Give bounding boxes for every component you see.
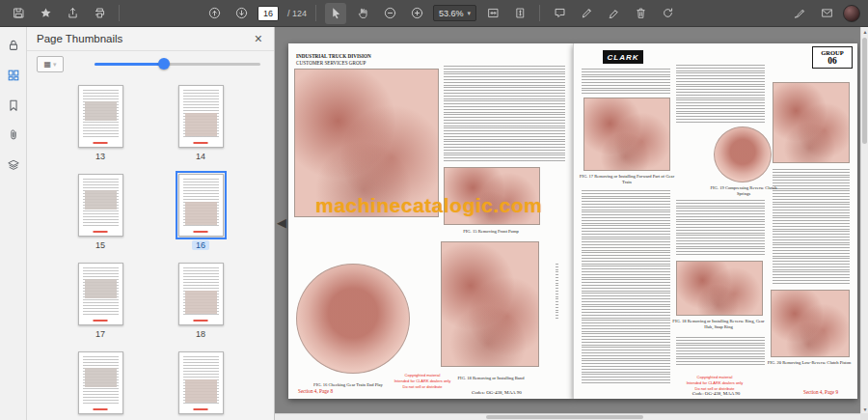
next-page-icon[interactable]: [231, 3, 252, 24]
form-codes-label: Codes: OG-438, MAA 90: [472, 390, 522, 395]
toolbar-separator: [539, 5, 540, 21]
hand-tool-icon[interactable]: [352, 3, 373, 24]
mail-icon[interactable]: [816, 3, 837, 24]
share-icon[interactable]: [62, 3, 83, 24]
slider-fill: [95, 63, 164, 66]
highlighter-icon[interactable]: [603, 3, 624, 24]
thumbnail-grid: 13 14 15 16 17 18: [27, 76, 274, 420]
page-thumbnail-14[interactable]: 14: [171, 85, 231, 161]
scrollbar-corner: [860, 413, 868, 420]
layers-icon[interactable]: [4, 155, 23, 175]
caret-down-icon: ▾: [468, 10, 472, 16]
select-tool-icon[interactable]: [325, 3, 346, 24]
figure-reverse-ring: [676, 261, 763, 316]
copyright-stamp: Copyrighted material Intended for CLARK …: [389, 373, 456, 389]
caret-down-icon: ▾: [53, 61, 57, 68]
figure-low-reverse-piston: [771, 290, 850, 357]
thumbnail-page-number: 14: [192, 152, 209, 161]
clark-logo-text: CLARK: [608, 53, 639, 62]
comment-icon[interactable]: [549, 3, 570, 24]
document-view-area: INDUSTRIAL TRUCK DIVISION CUSTOMER SERVI…: [275, 27, 868, 420]
thumbnail-options-button[interactable]: ▦ ▾: [37, 56, 64, 72]
close-icon[interactable]: ×: [253, 32, 264, 45]
page-thumbnail-20[interactable]: 20: [171, 351, 231, 420]
pen-icon[interactable]: [576, 3, 597, 24]
form-code-label: Code: OG-438, MAA 90: [670, 391, 762, 396]
panel-header: Page Thumbnails ×: [27, 27, 274, 51]
toolbar: / 124 53.6% ▾: [0, 0, 868, 27]
fit-width-icon[interactable]: [482, 3, 503, 24]
page-thumbnail-15[interactable]: 15: [70, 174, 130, 250]
page-number-input[interactable]: [258, 6, 279, 21]
text-column: [444, 66, 565, 162]
figure-gear-train: [296, 264, 410, 374]
text-column: [582, 69, 670, 94]
group-number-box: GROUP 06: [812, 46, 853, 69]
previous-page-icon[interactable]: [203, 3, 225, 24]
page-thumbnail-13[interactable]: 13: [70, 85, 130, 161]
copyright-stamp: Copyrighted material Intended for CLARK …: [676, 375, 753, 391]
stamp-line: Intended for CLARK dealers only: [389, 378, 456, 384]
section-page-label: Section 4, Page 8: [298, 388, 333, 394]
figure-caption: FIG. 17 Removing or Installing Forward P…: [578, 174, 676, 184]
toolbar-separator: [315, 5, 316, 21]
zoom-level-select[interactable]: 53.6% ▾: [433, 5, 476, 21]
text-column: [773, 169, 850, 285]
clark-logo: CLARK: [603, 50, 643, 64]
toolbar-account-group: [789, 3, 860, 24]
signature-icon[interactable]: [789, 3, 810, 24]
group-number: 06: [817, 56, 848, 66]
page-thumbnails-icon[interactable]: [4, 66, 23, 85]
sidebar-icon-strip: [0, 27, 27, 420]
figure-caption: FIG. 15 Removing Front Pump: [433, 229, 549, 235]
grid-icon: ▦: [43, 60, 51, 69]
panel-controls: ▦ ▾: [27, 51, 274, 76]
section-page-label: Section 4, Page 9: [803, 389, 838, 395]
page-header: INDUSTRIAL TRUCK DIVISION CUSTOMER SERVI…: [296, 53, 371, 67]
header-line2: CUSTOMER SERVICES GROUP: [296, 60, 371, 67]
figure-caption: FIG. 20 Removing Low-Reverse Clutch Pist…: [765, 360, 854, 366]
toolbar-annotate-group: [549, 3, 678, 24]
scroll-down-icon[interactable]: ▼: [861, 405, 868, 413]
zoom-level-value: 53.6%: [439, 9, 464, 18]
paperclip-icon[interactable]: [4, 126, 23, 145]
zoom-in-icon[interactable]: [406, 3, 427, 24]
print-icon[interactable]: [89, 3, 110, 24]
slider-handle[interactable]: [158, 58, 170, 70]
toolbar-view-group: 53.6% ▾: [325, 3, 530, 24]
star-icon[interactable]: [35, 3, 56, 24]
lock-icon[interactable]: [4, 36, 23, 55]
scroll-up-icon[interactable]: ▲: [861, 27, 868, 36]
document-page-right: CLARK GROUP 06 FIG. 17 Removing or Insta…: [573, 43, 857, 399]
figure-reverse-clutch-springs: [714, 126, 772, 182]
trash-icon[interactable]: [630, 3, 651, 24]
vertical-scrollbar[interactable]: ▲ ▼: [860, 27, 868, 413]
horizontal-scrollbar-thumb[interactable]: [486, 415, 644, 419]
page-thumbnail-16[interactable]: 16: [171, 174, 231, 250]
page-thumbnail-19[interactable]: 19: [70, 351, 130, 420]
previous-spread-arrow-icon[interactable]: ◀: [277, 216, 286, 229]
stamp-line: Intended for CLARK dealers only: [676, 380, 753, 386]
page-thumbnail-17[interactable]: 17: [70, 263, 130, 339]
thumbnail-size-slider[interactable]: [95, 57, 260, 70]
figure-caption: FIG. 18 Removing or Installing Reverse R…: [670, 319, 767, 329]
thumbnail-page-number: 15: [92, 240, 109, 250]
fit-page-icon[interactable]: [509, 3, 530, 24]
thumbnail-page-number: 17: [92, 329, 109, 339]
two-page-spread: INDUSTRIAL TRUCK DIVISION CUSTOMER SERVI…: [288, 43, 857, 399]
figure-forward-gear-train: [583, 98, 670, 171]
refresh-icon[interactable]: [657, 3, 678, 24]
text-column: [676, 337, 765, 366]
bookmark-icon[interactable]: [4, 96, 23, 115]
horizontal-scrollbar[interactable]: [275, 413, 860, 420]
user-avatar[interactable]: [843, 5, 860, 22]
vertical-scrollbar-thumb[interactable]: [862, 38, 867, 144]
page-thumbnails-panel: Page Thumbnails × ▦ ▾ 13 14: [27, 27, 275, 420]
save-icon[interactable]: [8, 3, 29, 24]
watermark-text: machinecatalogic.com: [315, 194, 542, 217]
zoom-out-icon[interactable]: [379, 3, 400, 24]
page-thumbnail-18[interactable]: 18: [171, 263, 231, 339]
figure-band: [441, 241, 539, 367]
thumbnail-page-number: 13: [92, 152, 109, 161]
thumbnail-page-number: 16: [192, 240, 209, 250]
